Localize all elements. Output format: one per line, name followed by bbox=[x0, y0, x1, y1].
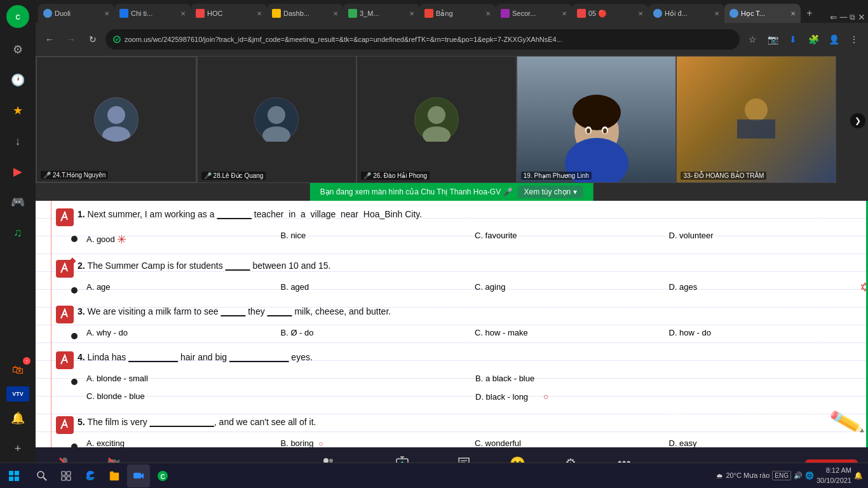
menu-btn[interactable]: ⋮ bbox=[845, 30, 863, 48]
window-minimize-icon[interactable]: ─ bbox=[840, 11, 847, 23]
quiz-area: 1. Next summer, I am working as a ______… bbox=[36, 201, 868, 463]
option-12-a: A. age bbox=[81, 279, 276, 295]
option-14-c: C. blonde - blue bbox=[81, 388, 469, 406]
sidebar-game-icon[interactable]: 🎮 bbox=[4, 188, 32, 216]
option-11-a: A. good ✳ bbox=[81, 227, 276, 250]
window-close-icon[interactable]: ✕ bbox=[858, 12, 865, 22]
sidebar-spotify-icon[interactable]: ♫ bbox=[4, 219, 32, 247]
sidebar-vtv-icon[interactable]: VTV bbox=[6, 386, 29, 402]
start-btn[interactable] bbox=[0, 463, 28, 489]
notification-text: Bạn đang xem màn hình của Chu Thị Thanh … bbox=[320, 187, 513, 196]
sidebar-shop-icon[interactable]: 🛍 ! bbox=[4, 356, 32, 384]
clock-date: 30/10/2021 bbox=[817, 476, 851, 485]
taskbar-zoom[interactable] bbox=[127, 464, 150, 487]
tab-dash[interactable]: Dashb... ✕ bbox=[267, 4, 343, 23]
camera-btn[interactable]: 📷 bbox=[764, 30, 782, 48]
pencil-decoration: ✏️ bbox=[828, 403, 866, 440]
participant-name-3: 🎤 26. Đào Hải Phong bbox=[361, 172, 430, 180]
language-indicator: ENG bbox=[772, 471, 791, 480]
window-restore-icon[interactable]: ⧉ bbox=[850, 13, 855, 22]
question-12-text: 2. The Summer Camp is for students _____… bbox=[78, 259, 330, 274]
tab-chiti[interactable]: Chi ti... ✕ bbox=[114, 4, 191, 23]
option-11-d: D. volunteer bbox=[664, 227, 858, 250]
tab-duoli[interactable]: Duoli ✕ bbox=[38, 4, 114, 23]
svg-rect-33 bbox=[15, 477, 19, 481]
option-14-d: D. black - long ○ bbox=[470, 388, 858, 406]
svg-point-17 bbox=[587, 128, 590, 133]
window-back-icon[interactable]: ⇐ bbox=[830, 12, 837, 22]
participant-tile-4: 19. Phạm Phương Linh bbox=[517, 56, 677, 183]
main-content: 🎤 24.T.Hồng Nguyên 🎤 28.Lê Đức Quang bbox=[36, 56, 868, 463]
svg-point-26 bbox=[329, 459, 333, 463]
scroll-right-btn[interactable]: ❯ bbox=[850, 113, 865, 128]
view-options-btn[interactable]: Xem tùy chọn ▾ bbox=[518, 186, 584, 198]
tab-secor[interactable]: Secor... ✕ bbox=[496, 4, 572, 23]
taskbar-coccoc[interactable]: C bbox=[151, 464, 174, 487]
forward-btn[interactable]: → bbox=[62, 30, 80, 48]
sidebar-notification-icon[interactable]: 🔔 bbox=[4, 404, 32, 432]
bookmark-btn[interactable]: ☆ bbox=[743, 30, 761, 48]
address-bar[interactable]: zoom.us/wc/2425987610/join?track_id=&jmf… bbox=[105, 29, 740, 50]
notifications-icon[interactable]: 🔔 bbox=[854, 471, 863, 480]
taskbar-icons: C bbox=[28, 464, 177, 487]
tab-bang[interactable]: Bảng ✕ bbox=[419, 4, 496, 23]
volume-icon[interactable]: 🔊 bbox=[794, 471, 803, 480]
question-15: 5. The film is very _____________, and w… bbox=[56, 415, 858, 452]
question-11-text: 1. Next summer, I am working as a ______… bbox=[78, 207, 422, 222]
taskbar-taskview[interactable] bbox=[55, 464, 78, 487]
tab-hoct[interactable]: Học T... ✕ bbox=[724, 4, 801, 23]
refresh-btn[interactable]: ↻ bbox=[84, 30, 102, 48]
svg-point-18 bbox=[603, 128, 607, 133]
question-13-text: 3. We are visiting a milk farm to see __… bbox=[78, 304, 391, 320]
svg-point-14 bbox=[573, 95, 621, 130]
network-icon[interactable]: 🌐 bbox=[805, 471, 814, 480]
question-13: 3. We are visiting a milk farm to see __… bbox=[56, 304, 858, 341]
tab-hoid[interactable]: Hồi đ... ✕ bbox=[648, 4, 724, 23]
tab-05[interactable]: 05 🔴 ✕ bbox=[572, 4, 648, 23]
sidebar-bookmark-icon[interactable]: ★ bbox=[4, 97, 32, 125]
nav-bar: ← → ↻ zoom.us/wc/2425987610/join?track_i… bbox=[36, 23, 868, 56]
svg-rect-38 bbox=[62, 477, 65, 480]
participant-tile-1: 🎤 24.T.Hồng Nguyên bbox=[36, 56, 197, 183]
option-14-b: B. a black - blue bbox=[470, 370, 858, 387]
taskbar-explorer[interactable] bbox=[103, 464, 126, 487]
nav-actions: ☆ 📷 ⬇ 🧩 👤 ⋮ bbox=[743, 30, 863, 48]
taskbar-search[interactable] bbox=[31, 464, 53, 487]
sidebar-youtube-icon[interactable]: ▶ bbox=[4, 158, 32, 186]
svg-rect-40 bbox=[133, 473, 141, 478]
sidebar-history-icon[interactable]: 🕐 bbox=[4, 66, 32, 94]
mic-off-icon-1: 🎤 bbox=[43, 172, 51, 179]
taskbar-edge[interactable] bbox=[79, 464, 102, 487]
tab-hoc[interactable]: HOC ✕ bbox=[191, 4, 267, 23]
option-12-b: B. aged bbox=[276, 279, 470, 295]
back-btn[interactable]: ← bbox=[41, 30, 58, 48]
url-text: zoom.us/wc/2425987610/join?track_id=&jmf… bbox=[125, 36, 562, 43]
option-13-c: C. how - make bbox=[470, 325, 664, 341]
profile-btn[interactable]: 👤 bbox=[825, 30, 843, 48]
taskbar: C 🌧 20°C Mưa rào ENG 🔊 🌐 8:12 AM 30/10/2… bbox=[0, 463, 868, 488]
participant-tile-2: 🎤 28.Lê Đức Quang bbox=[197, 56, 357, 183]
download-btn[interactable]: ⬇ bbox=[784, 30, 802, 48]
extensions-btn[interactable]: 🧩 bbox=[804, 30, 822, 48]
svg-line-35 bbox=[43, 477, 46, 480]
tab-3m[interactable]: 3_M... ✕ bbox=[343, 4, 419, 23]
svg-rect-20 bbox=[737, 119, 775, 139]
participant-name-1: 🎤 24.T.Hồng Nguyên bbox=[41, 171, 108, 179]
svg-rect-32 bbox=[9, 477, 13, 481]
left-sidebar: C ⚙ 🕐 ★ ↓ ▶ 🎮 ♫ 🛍 ! VTV 🔔 + bbox=[0, 0, 36, 463]
weather-text: 20°C Mưa rào bbox=[726, 471, 770, 480]
them-label: Them bbox=[663, 409, 684, 418]
sidebar-plus-icon[interactable]: + bbox=[4, 435, 32, 463]
option-11-c: C. favourite bbox=[470, 227, 664, 250]
new-tab-btn[interactable]: + bbox=[801, 4, 818, 23]
option-11-b: B. nice bbox=[276, 227, 470, 250]
svg-point-10 bbox=[428, 106, 445, 124]
mic-off-icon-2: 🎤 bbox=[204, 172, 212, 179]
taskbar-clock: 8:12 AM 30/10/2021 bbox=[817, 466, 851, 485]
participant-name-2: 🎤 28.Lê Đức Quang bbox=[201, 172, 266, 180]
sidebar-download-icon[interactable]: ↓ bbox=[4, 127, 32, 155]
question-14-text: 4. Linda has __________ hair and big ___… bbox=[78, 350, 313, 365]
tabs-bar: Duoli ✕ Chi ti... ✕ HOC ✕ Dashb... ✕ 3_M… bbox=[36, 0, 868, 23]
sidebar-settings-icon[interactable]: ⚙ bbox=[4, 36, 32, 64]
svg-rect-30 bbox=[9, 471, 13, 475]
